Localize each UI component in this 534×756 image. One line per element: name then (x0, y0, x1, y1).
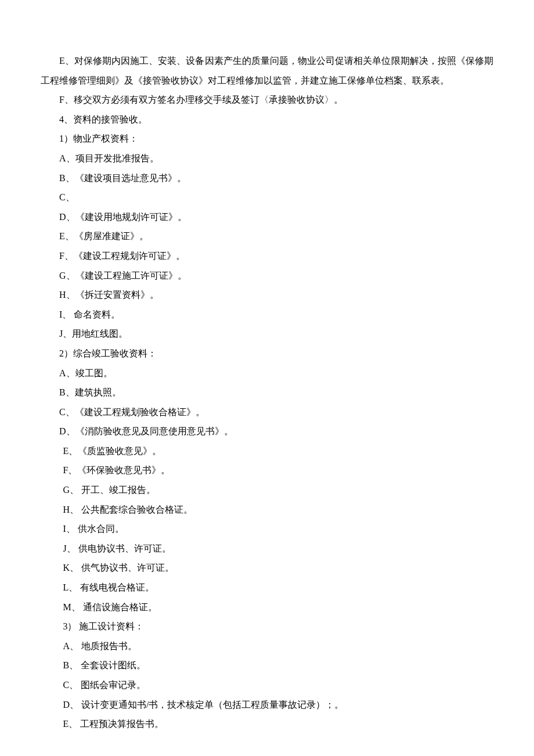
document-line: B、 全套设计图纸。 (41, 656, 493, 675)
document-line: D、《建设用地规划许可证》。 (41, 207, 493, 227)
document-line: A、项目开发批准报告。 (41, 149, 493, 168)
document-line: G、 开工、竣工报告。 (41, 480, 493, 500)
document-line: I、 命名资料。 (41, 305, 493, 325)
document-line: B、建筑执照。 (41, 383, 493, 402)
document-line: 4、资料的接管验收。 (41, 110, 493, 129)
document-line: C、《建设工程规划验收合格证》。 (41, 402, 493, 422)
document-line: F、《环保验收意见书》。 (41, 460, 493, 480)
document-line: M、 通信设施合格证。 (41, 597, 493, 617)
document-line: E、《房屋准建证》。 (41, 226, 493, 246)
document-line: G、《建设工程施工许可证》。 (41, 266, 493, 286)
document-line: C、 图纸会审记录。 (41, 675, 493, 695)
document-line: A、 地质报告书。 (41, 636, 493, 656)
document-body: E、对保修期内因施工、安装、设备因素产生的质量问题，物业公司促请相关单位限期解决… (41, 51, 493, 734)
document-line: 3） 施工设计资料： (41, 617, 493, 636)
document-line: E、《质监验收意见》。 (41, 441, 493, 461)
document-line: D、 设计变更通知书/书，技术核定单（包括工程质量事故记录）；。 (41, 695, 493, 715)
document-line: F、《建设工程规划许可证》。 (41, 246, 493, 266)
document-line: A、竣工图。 (41, 363, 493, 383)
document-line: L、 有线电视合格证。 (41, 578, 493, 597)
document-line: E、对保修期内因施工、安装、设备因素产生的质量问题，物业公司促请相关单位限期解决… (41, 51, 493, 90)
document-line: C、 (41, 188, 493, 207)
document-line: H、 公共配套综合验收合格证。 (41, 500, 493, 520)
document-line: H、《拆迁安置资料》。 (41, 285, 493, 305)
document-line: K、 供气协议书、许可证。 (41, 558, 493, 578)
document-line: 2）综合竣工验收资料： (41, 344, 493, 363)
document-line: E、 工程预决算报告书。 (41, 714, 493, 734)
document-line: J、用地红线图。 (41, 324, 493, 344)
document-line: 1）物业产权资料： (41, 129, 493, 149)
document-line: J、 供电协议书、许可证。 (41, 539, 493, 559)
document-line: D、《消防验收意见及同意使用意见书》。 (41, 422, 493, 441)
document-line: B、《建设项目选址意见书》。 (41, 168, 493, 188)
document-line: I、 供水合同。 (41, 519, 493, 539)
document-line: F、移交双方必须有双方签名办理移交手续及签订〈承接验收协议〉。 (41, 90, 493, 110)
